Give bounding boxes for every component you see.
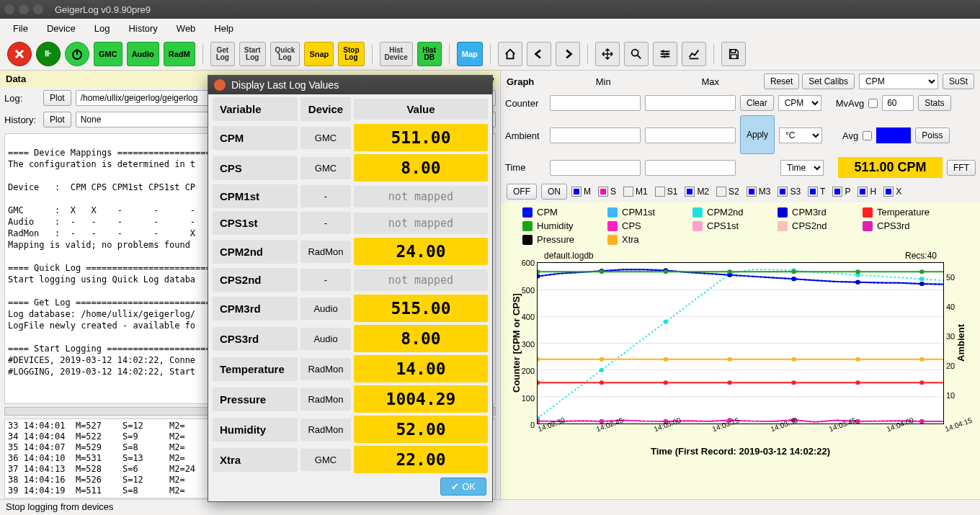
setcalibs-button[interactable]: Set Calibs [802,73,855,89]
exit-button[interactable] [7,42,32,66]
menu-history[interactable]: History [121,21,164,36]
check-M2[interactable]: M2 [685,187,709,197]
window-close-icon[interactable] [4,4,14,14]
window-max-icon[interactable] [33,4,43,14]
dlg-row-cps2nd: CPS2nd-not mapped [213,268,488,292]
dialog-close-icon[interactable] [214,79,226,91]
plot-log-button[interactable]: Plot [43,90,71,106]
svg-point-34 [919,282,925,286]
chart-filename: default.logdb [544,251,594,261]
check-T[interactable]: T [808,187,825,197]
home-icon[interactable] [498,42,522,66]
audio-button[interactable]: Audio [127,42,159,66]
history-label: History: [4,115,39,125]
zoom-icon[interactable] [624,42,649,66]
svg-point-42 [538,419,540,424]
menu-device[interactable]: Device [40,21,83,36]
stoplog-button[interactable]: StopLog [338,42,364,66]
check-M[interactable]: M [571,187,591,197]
channel-toggle-row: OFF ON MSM1S1M2S2M3S3TPHX [501,181,980,202]
counter-max-input[interactable] [645,95,736,111]
time-unit-select[interactable]: Time [780,160,824,176]
svg-point-53 [791,380,796,385]
check-H[interactable]: H [858,187,876,197]
chart-icon[interactable] [682,42,706,66]
menu-log[interactable]: Log [87,21,117,36]
histdevice-button[interactable]: HistDevice [380,42,413,66]
menu-file[interactable]: File [6,21,35,36]
svg-point-70 [727,357,732,362]
mvavg-label: MvAvg [836,98,865,109]
menu-help[interactable]: Help [207,21,241,36]
snap-button[interactable]: Snap [304,42,334,66]
window-titlebar: GeigerLog v0.9.90pre9 [0,0,980,19]
startlog-button[interactable]: StartLog [239,42,266,66]
dialog-ok-button[interactable]: ✔ OK [440,478,486,496]
reset-button[interactable]: Reset [764,73,799,89]
check-P[interactable]: P [832,187,850,197]
avg-color-swatch[interactable] [876,127,911,143]
clear-button[interactable]: Clear [740,95,774,111]
svg-point-62 [919,269,925,274]
connect-button[interactable]: ⊪ [36,42,61,66]
ambient-unit-select[interactable]: °C [779,127,822,143]
radm-button[interactable]: RadM [164,42,195,66]
svg-point-58 [663,269,668,274]
cpm-select-top[interactable]: CPM [859,73,938,89]
stats-button[interactable]: Stats [918,95,950,111]
check-S3[interactable]: S3 [778,187,801,197]
svg-point-68 [600,357,605,362]
counter-unit-select[interactable]: CPM [778,95,821,111]
svg-point-69 [663,357,668,362]
getlog-button[interactable]: GetLog [210,42,235,66]
check-M3[interactable]: M3 [747,187,771,197]
save-icon[interactable] [721,42,746,66]
off-button[interactable]: OFF [507,184,537,200]
mvavg-check[interactable] [868,99,878,108]
svg-point-51 [663,380,668,385]
back-icon[interactable] [527,42,551,66]
settings-icon[interactable] [653,42,677,66]
svg-point-28 [538,274,540,279]
dlg-hdr-device: Device [300,97,351,121]
power-button[interactable] [65,42,89,66]
move-icon[interactable] [595,42,620,66]
dlg-row-cps3rd: CPS3rdAudio8.00 [213,325,488,352]
check-S[interactable]: S [598,187,616,197]
check-S2[interactable]: S2 [716,187,739,197]
ambient-min-input[interactable] [550,127,641,143]
dlg-row-cps: CPSGMC8.00 [213,154,488,182]
svg-point-67 [538,357,540,362]
gmc-button[interactable]: GMC [94,42,122,66]
avg-check[interactable] [863,131,872,140]
time-max-input[interactable] [645,160,736,176]
apply-button[interactable]: Apply [740,115,775,154]
quicklog-button[interactable]: QuickLog [270,42,300,66]
legend-humidity: Humidity [522,220,594,231]
check-X[interactable]: X [883,187,901,197]
window-min-icon[interactable] [19,4,29,14]
svg-point-71 [791,357,796,362]
dlg-row-cpm1st: CPM1st-not mapped [213,184,488,208]
poiss-button[interactable]: Poiss [915,127,949,143]
time-min-input[interactable] [550,160,641,176]
svg-point-48 [919,419,925,424]
menu-web[interactable]: Web [169,21,203,36]
chart-plot: 0100200300400500600 1020304050 [537,262,944,424]
histdb-button[interactable]: HistDB [417,42,442,66]
svg-point-61 [855,269,860,274]
fft-button[interactable]: FFT [947,160,976,176]
on-button[interactable]: ON [541,184,567,200]
svg-point-54 [855,380,860,385]
dlg-row-temperature: TemperatureRadMon14.00 [213,355,488,382]
mvavg-input[interactable] [882,95,914,111]
counter-min-input[interactable] [550,95,641,111]
graph-header: Graph [507,76,550,87]
check-S1[interactable]: S1 [655,187,678,197]
map-button[interactable]: Map [457,42,483,66]
check-M1[interactable]: M1 [623,187,648,197]
plot-history-button[interactable]: Plot [43,112,71,127]
sust-button[interactable]: SuSt [943,73,974,89]
ambient-max-input[interactable] [645,127,736,143]
forward-icon[interactable] [556,42,580,66]
